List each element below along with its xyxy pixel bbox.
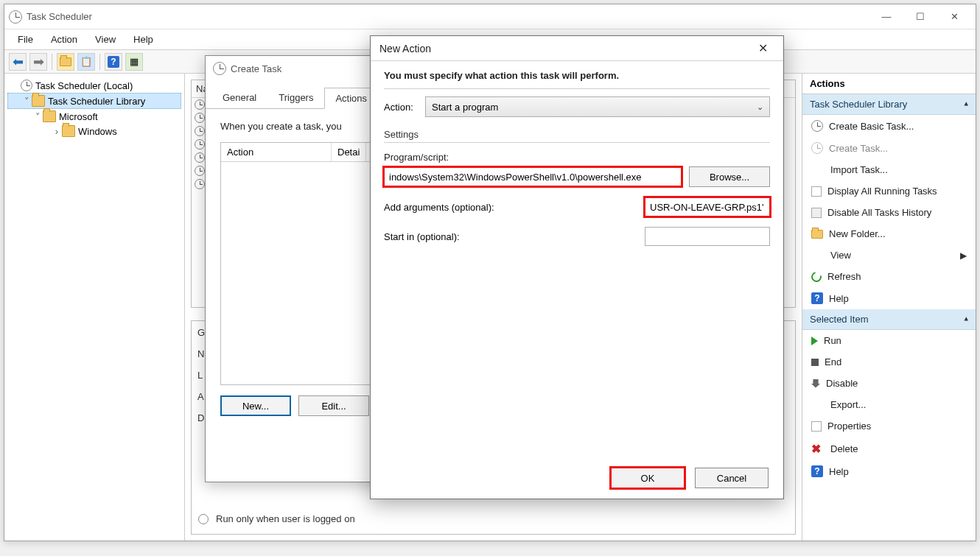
menu-help[interactable]: Help [126, 31, 161, 48]
settings-group-label: Settings [384, 129, 770, 143]
folder-toolbar-button[interactable] [57, 53, 74, 71]
action-properties[interactable]: Properties [802, 415, 976, 437]
new-action-titlebar: New Action ✕ [371, 36, 783, 61]
help-toolbar-button[interactable]: ? [105, 53, 122, 71]
tree-windows-label: Windows [78, 126, 117, 137]
action-refresh[interactable]: Refresh [802, 266, 976, 287]
ok-button[interactable]: OK [611, 468, 685, 488]
menu-action[interactable]: Action [43, 31, 85, 48]
action-display-running[interactable]: Display All Running Tasks [802, 180, 976, 202]
tab-triggers[interactable]: Triggers [267, 87, 324, 108]
tree-panel: Task Scheduler (Local) ˅ Task Scheduler … [4, 74, 185, 541]
menu-file[interactable]: File [10, 31, 41, 48]
chevron-down-icon: ⌄ [757, 102, 763, 112]
details-toolbar-button[interactable]: 📋 [77, 53, 95, 71]
tree-microsoft[interactable]: ˅ Microsoft [7, 109, 181, 124]
start-in-label: Start in (optional): [384, 231, 460, 242]
close-button[interactable]: ✕ [937, 6, 971, 28]
back-button[interactable]: ⬅ [9, 53, 27, 71]
new-action-dialog: New Action ✕ You must specify what actio… [370, 35, 784, 499]
create-task-icon [213, 62, 226, 75]
action-delete[interactable]: ✖Delete [802, 437, 976, 460]
new-action-title: New Action [379, 43, 751, 54]
new-action-close-button[interactable]: ✕ [751, 41, 774, 55]
action-dropdown[interactable]: Start a program ⌄ [425, 96, 770, 117]
forward-button[interactable]: ➡ [29, 53, 47, 71]
actions-pane: Actions Task Scheduler Library ▾ Create … [802, 74, 976, 541]
actions-section-selected[interactable]: Selected Item ▾ [802, 309, 976, 330]
actions-pane-title: Actions [802, 74, 976, 94]
program-script-input[interactable] [384, 167, 682, 186]
action-end[interactable]: End [802, 351, 976, 373]
action-disable-history[interactable]: Disable All Tasks History [802, 202, 976, 223]
maximize-button[interactable]: ☐ [903, 6, 937, 28]
run-option-row: Run only when user is logged on [198, 513, 355, 524]
cancel-button[interactable]: Cancel [695, 468, 769, 488]
action-new-folder[interactable]: New Folder... [802, 223, 976, 244]
browse-button[interactable]: Browse... [689, 166, 770, 187]
run-logged-on-label: Run only when user is logged on [216, 513, 355, 524]
new-action-instruction: You must specify what action this task w… [384, 70, 770, 89]
tree-root-label: Task Scheduler (Local) [35, 80, 133, 91]
action-export[interactable]: Export... [802, 394, 976, 415]
add-arguments-input[interactable] [645, 197, 770, 217]
tree-root[interactable]: Task Scheduler (Local) [7, 78, 181, 93]
tab-general[interactable]: General [211, 87, 267, 108]
tree-library[interactable]: ˅ Task Scheduler Library [7, 93, 181, 109]
action-label: Action: [384, 102, 425, 113]
tree-microsoft-label: Microsoft [59, 111, 98, 122]
action-create-basic-task[interactable]: Create Basic Task... [802, 115, 976, 137]
action-disable[interactable]: Disable [802, 373, 976, 394]
action-run[interactable]: Run [802, 330, 976, 351]
action-help-2[interactable]: ?Help [802, 460, 976, 482]
actions-section-library[interactable]: Task Scheduler Library ▾ [802, 94, 976, 115]
tree-windows[interactable]: › Windows [7, 124, 181, 138]
action-view[interactable]: View▶ [802, 244, 976, 266]
new-action-button[interactable]: New... [220, 395, 291, 416]
action-create-task[interactable]: Create Task... [802, 137, 976, 159]
app-icon [9, 10, 22, 24]
run-toolbar-button[interactable]: ▦ [125, 53, 143, 71]
add-arguments-label: Add arguments (optional): [384, 202, 494, 213]
toolbar-separator [99, 54, 100, 70]
run-logged-on-radio[interactable] [198, 514, 209, 524]
window-title: Task Scheduler [27, 11, 869, 22]
toolbar-separator [52, 54, 52, 70]
col-action[interactable]: Action [221, 143, 332, 161]
action-dropdown-value: Start a program [432, 102, 498, 113]
start-in-input[interactable] [645, 227, 770, 246]
action-help[interactable]: ?Help [802, 287, 976, 309]
action-import-task[interactable]: Import Task... [802, 159, 976, 180]
program-script-label: Program/script: [384, 152, 770, 163]
minimize-button[interactable]: — [869, 6, 903, 28]
create-task-title: Create Task [231, 63, 281, 74]
tree-library-label: Task Scheduler Library [48, 96, 145, 107]
edit-action-button[interactable]: Edit... [298, 395, 369, 416]
menu-view[interactable]: View [88, 31, 123, 48]
col-details[interactable]: Detai [332, 143, 366, 161]
titlebar: Task Scheduler — ☐ ✕ [4, 4, 976, 29]
